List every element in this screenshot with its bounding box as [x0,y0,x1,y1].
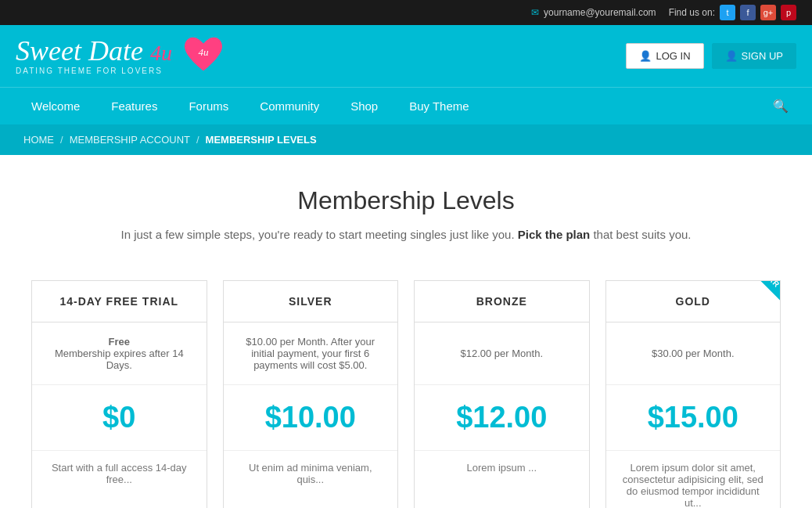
cards-container: 14-DAY FREE TRIAL FreeMembership expires… [16,280,796,508]
google-icon[interactable]: g+ [760,5,776,20]
logo-subtitle: DATING THEME FOR LOVERS [16,67,163,75]
card-silver-desc: $10.00 per Month. After your initial pay… [224,322,398,385]
header: Sweet Date 4u DATING THEME FOR LOVERS 4u… [0,25,812,87]
breadcrumb-membership-account[interactable]: MEMBERSHIP ACCOUNT [70,134,190,146]
card-free-trial-desc: FreeMembership expires after 14 Days. [32,322,207,385]
email-icon: ✉ [531,7,539,18]
email-link[interactable]: yourname@youremail.com [544,7,656,18]
top-bar: ✉ yourname@youremail.com Find us on: t f… [0,0,812,25]
nav-buy-theme[interactable]: Buy Theme [393,88,484,124]
card-bronze-desc: $12.00 per Month. [415,322,589,385]
card-bronze: BRONZE $12.00 per Month. $12.00 Lorem ip… [414,280,590,508]
breadcrumb-home[interactable]: HOME [23,134,54,146]
social-section: Find us on: t f g+ p [669,5,796,20]
card-silver-header: SILVER [224,281,398,322]
main-nav: Welcome Features Forums Community Shop B… [0,87,812,124]
signup-label: SIGN UP [742,50,783,62]
facebook-icon[interactable]: f [740,5,756,20]
main-content: Membership Levels In just a few simple s… [0,155,812,508]
logo-heart-container: 4u [180,33,227,79]
nav-forums[interactable]: Forums [173,88,244,124]
page-subtitle: In just a few simple steps, you're ready… [16,228,796,241]
header-right: 👤 LOG IN 👤 SIGN UP [626,43,796,69]
svg-text:4u: 4u [198,46,209,58]
nav-features[interactable]: Features [95,88,173,124]
breadcrumb: HOME / MEMBERSHIP ACCOUNT / MEMBERSHIP L… [0,124,812,155]
breadcrumb-sep-1: / [60,134,63,146]
logo[interactable]: Sweet Date 4u DATING THEME FOR LOVERS 4u [16,33,227,79]
card-free-trial-body: Start with a full access 14-day free... [32,451,207,496]
logo-4u: 4u [150,41,172,65]
nav-community[interactable]: Community [244,88,335,124]
popular-badge: POPULAR [717,281,780,344]
card-gold: POPULAR GOLD $30.00 per Month. $15.00 Lo… [605,280,781,508]
nav-shop[interactable]: Shop [335,88,393,124]
card-silver: SILVER $10.00 per Month. After your init… [223,280,399,508]
breadcrumb-current: MEMBERSHIP LEVELS [206,134,317,146]
find-us-label: Find us on: [669,7,715,18]
signup-button[interactable]: 👤 SIGN UP [712,43,796,69]
nav-welcome[interactable]: Welcome [16,88,95,124]
pinterest-icon[interactable]: p [781,5,796,20]
subtitle-prefix: In just a few simple steps, you're ready… [120,228,514,241]
card-bronze-price: $12.00 [415,385,589,451]
logo-title: Sweet Date 4u [16,37,172,65]
popular-label: POPULAR [729,281,780,304]
search-icon[interactable]: 🔍 [765,88,796,124]
twitter-icon[interactable]: t [720,5,735,20]
card-free-trial-header: 14-DAY FREE TRIAL [32,281,207,322]
email-section: ✉ yourname@youremail.com [531,7,656,18]
subtitle-bold: Pick the plan [518,228,591,241]
login-button[interactable]: 👤 LOG IN [626,43,703,69]
card-bronze-header: BRONZE [415,281,589,322]
breadcrumb-sep-2: / [196,134,199,146]
logo-text-block: Sweet Date 4u DATING THEME FOR LOVERS [16,37,172,75]
signup-icon: 👤 [725,50,738,62]
card-gold-price: $15.00 [606,385,781,451]
card-gold-body: Lorem ipsum dolor sit amet, consectetur … [606,451,781,508]
subtitle-suffix-text: that best suits you. [593,228,691,241]
card-free-trial-price: $0 [32,385,207,451]
card-bronze-body: Lorem ipsum ... [415,451,589,485]
card-silver-body: Ut enim ad minima veniam, quis... [224,451,398,496]
login-label: LOG IN [656,50,690,62]
login-icon: 👤 [639,50,652,62]
card-silver-price: $10.00 [224,385,398,451]
card-free-trial: 14-DAY FREE TRIAL FreeMembership expires… [31,280,207,508]
page-title: Membership Levels [16,186,796,215]
